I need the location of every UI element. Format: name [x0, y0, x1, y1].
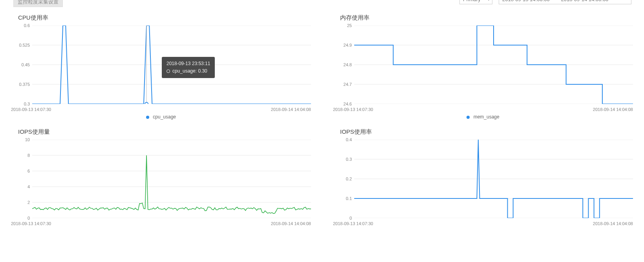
- legend-label: mem_usage: [474, 114, 499, 120]
- tooltip-series: cpu_usage:: [172, 67, 197, 75]
- y-axis: 0.30.3750.450.5250.6: [11, 25, 32, 104]
- chart-iops-rate[interactable]: 00.10.20.30.4 2018-09-13 14:07:30 2018-0…: [333, 140, 633, 226]
- y-axis: 24.624.724.824.925: [333, 25, 354, 104]
- primary-select-label: Primary: [463, 0, 481, 2]
- y-axis: 00.10.20.30.4: [333, 140, 354, 218]
- date-range-picker[interactable]: 2018-09-13 14:00:00 2018-09-14 14:00:00: [499, 0, 631, 4]
- svg-point-6: [145, 102, 148, 104]
- x-axis-end: 2018-09-14 14:04:08: [271, 107, 311, 112]
- date-start: 2018-09-13 14:00:00: [502, 0, 550, 2]
- legend-dot-icon: [146, 116, 149, 119]
- charts-grid: CPU使用率 0.30.3750.450.5250.6 2018-09-13 2…: [0, 7, 644, 227]
- chart-title: IOPS使用率: [340, 128, 633, 136]
- x-axis-end: 2018-09-14 14:04:08: [593, 107, 633, 112]
- x-axis-end: 2018-09-14 14:04:08: [593, 221, 633, 226]
- chart-tooltip: 2018-09-13 23:53:11 cpu_usage: 0.30: [162, 57, 215, 78]
- chart-mem[interactable]: 24.624.724.824.925 2018-09-13 14:07:30 2…: [333, 25, 633, 112]
- chart-cpu[interactable]: 0.30.3750.450.5250.6 2018-09-13 23:53:11…: [11, 25, 311, 112]
- tooltip-value: 0.30: [198, 67, 207, 75]
- panel-cpu: CPU使用率 0.30.3750.450.5250.6 2018-09-13 2…: [0, 7, 322, 121]
- x-axis-start: 2018-09-13 14:07:30: [11, 107, 51, 112]
- chevron-down-icon: ▾: [488, 0, 490, 2]
- y-axis: 0246810: [11, 140, 32, 218]
- legend-label: cpu_usage: [153, 114, 176, 120]
- chart-title: CPU使用率: [18, 14, 311, 22]
- chart-title: 内存使用率: [340, 14, 633, 22]
- top-bar: 监控粒度采集设置 Primary ▾ 2018-09-13 14:00:00 2…: [0, 0, 644, 7]
- chart-area: [354, 140, 633, 218]
- x-axis-start: 2018-09-13 14:07:30: [333, 107, 373, 112]
- chart-area: 2018-09-13 23:53:11 cpu_usage: 0.30: [32, 25, 311, 104]
- panel-mem: 内存使用率 24.624.724.824.925 2018-09-13 14:0…: [322, 7, 644, 121]
- primary-select[interactable]: Primary ▾: [459, 0, 492, 4]
- chart-area: [354, 25, 633, 104]
- chart-title: IOPS使用量: [18, 128, 311, 136]
- legend-dot-icon: [467, 116, 470, 119]
- legend: mem_usage: [333, 114, 633, 120]
- chart-iops-amount[interactable]: 0246810 2018-09-13 14:07:30 2018-09-14 1…: [11, 140, 311, 226]
- x-axis-start: 2018-09-13 14:07:30: [333, 221, 373, 226]
- panel-iops-amount: IOPS使用量 0246810 2018-09-13 14:07:30 2018…: [0, 121, 322, 227]
- date-end: 2018-09-14 14:00:00: [561, 0, 609, 2]
- x-axis-end: 2018-09-14 14:04:08: [271, 221, 311, 226]
- monitor-settings-button[interactable]: 监控粒度采集设置: [13, 0, 63, 7]
- panel-iops-rate: IOPS使用率 00.10.20.30.4 2018-09-13 14:07:3…: [322, 121, 644, 227]
- legend: cpu_usage: [11, 114, 311, 120]
- x-axis-start: 2018-09-13 14:07:30: [11, 221, 51, 226]
- tooltip-dot-icon: [166, 69, 170, 73]
- tooltip-time: 2018-09-13 23:53:11: [166, 60, 210, 67]
- chart-area: [32, 140, 311, 218]
